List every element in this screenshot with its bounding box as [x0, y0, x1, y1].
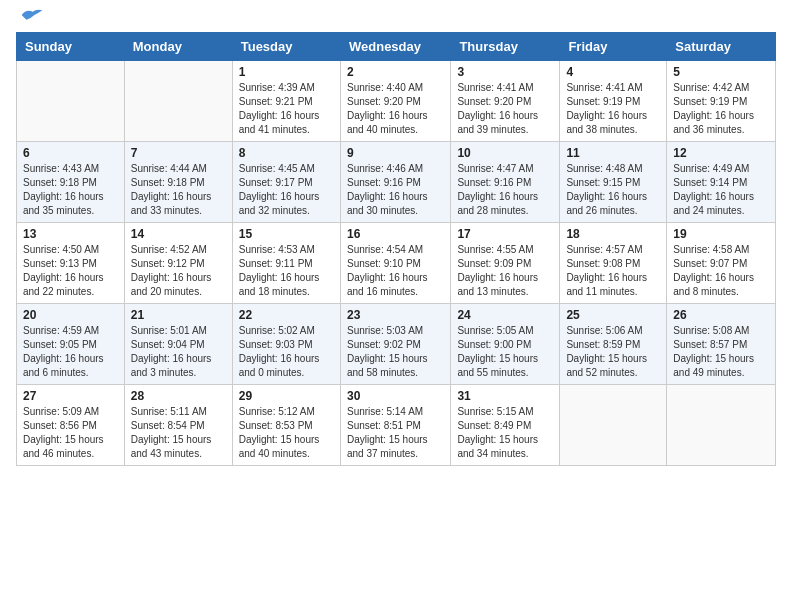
logo-bird-icon: [20, 6, 44, 24]
day-info: Sunrise: 5:01 AM Sunset: 9:04 PM Dayligh…: [131, 324, 226, 380]
day-number: 10: [457, 146, 553, 160]
calendar-cell: 1Sunrise: 4:39 AM Sunset: 9:21 PM Daylig…: [232, 61, 340, 142]
day-number: 27: [23, 389, 118, 403]
calendar-cell: [667, 385, 776, 466]
day-number: 8: [239, 146, 334, 160]
day-info: Sunrise: 4:53 AM Sunset: 9:11 PM Dayligh…: [239, 243, 334, 299]
column-header-friday: Friday: [560, 33, 667, 61]
day-number: 18: [566, 227, 660, 241]
day-info: Sunrise: 4:49 AM Sunset: 9:14 PM Dayligh…: [673, 162, 769, 218]
calendar-cell: 8Sunrise: 4:45 AM Sunset: 9:17 PM Daylig…: [232, 142, 340, 223]
calendar-cell: 4Sunrise: 4:41 AM Sunset: 9:19 PM Daylig…: [560, 61, 667, 142]
week-row-2: 6Sunrise: 4:43 AM Sunset: 9:18 PM Daylig…: [17, 142, 776, 223]
day-info: Sunrise: 4:52 AM Sunset: 9:12 PM Dayligh…: [131, 243, 226, 299]
calendar-cell: 22Sunrise: 5:02 AM Sunset: 9:03 PM Dayli…: [232, 304, 340, 385]
day-number: 1: [239, 65, 334, 79]
day-number: 28: [131, 389, 226, 403]
day-number: 23: [347, 308, 444, 322]
day-number: 7: [131, 146, 226, 160]
day-info: Sunrise: 4:46 AM Sunset: 9:16 PM Dayligh…: [347, 162, 444, 218]
day-info: Sunrise: 4:59 AM Sunset: 9:05 PM Dayligh…: [23, 324, 118, 380]
day-info: Sunrise: 4:41 AM Sunset: 9:19 PM Dayligh…: [566, 81, 660, 137]
calendar-cell: 29Sunrise: 5:12 AM Sunset: 8:53 PM Dayli…: [232, 385, 340, 466]
day-info: Sunrise: 4:43 AM Sunset: 9:18 PM Dayligh…: [23, 162, 118, 218]
day-number: 16: [347, 227, 444, 241]
calendar-cell: 7Sunrise: 4:44 AM Sunset: 9:18 PM Daylig…: [124, 142, 232, 223]
calendar-cell: 26Sunrise: 5:08 AM Sunset: 8:57 PM Dayli…: [667, 304, 776, 385]
week-row-3: 13Sunrise: 4:50 AM Sunset: 9:13 PM Dayli…: [17, 223, 776, 304]
calendar-cell: 13Sunrise: 4:50 AM Sunset: 9:13 PM Dayli…: [17, 223, 125, 304]
calendar-cell: [17, 61, 125, 142]
calendar-cell: 28Sunrise: 5:11 AM Sunset: 8:54 PM Dayli…: [124, 385, 232, 466]
week-row-5: 27Sunrise: 5:09 AM Sunset: 8:56 PM Dayli…: [17, 385, 776, 466]
day-number: 9: [347, 146, 444, 160]
day-info: Sunrise: 5:15 AM Sunset: 8:49 PM Dayligh…: [457, 405, 553, 461]
day-info: Sunrise: 5:08 AM Sunset: 8:57 PM Dayligh…: [673, 324, 769, 380]
column-header-sunday: Sunday: [17, 33, 125, 61]
day-info: Sunrise: 5:09 AM Sunset: 8:56 PM Dayligh…: [23, 405, 118, 461]
day-info: Sunrise: 5:02 AM Sunset: 9:03 PM Dayligh…: [239, 324, 334, 380]
day-number: 4: [566, 65, 660, 79]
day-info: Sunrise: 4:48 AM Sunset: 9:15 PM Dayligh…: [566, 162, 660, 218]
day-number: 31: [457, 389, 553, 403]
day-info: Sunrise: 4:55 AM Sunset: 9:09 PM Dayligh…: [457, 243, 553, 299]
calendar-cell: 16Sunrise: 4:54 AM Sunset: 9:10 PM Dayli…: [340, 223, 450, 304]
page-header: [16, 16, 776, 24]
calendar-cell: [560, 385, 667, 466]
calendar-cell: 10Sunrise: 4:47 AM Sunset: 9:16 PM Dayli…: [451, 142, 560, 223]
calendar-cell: 27Sunrise: 5:09 AM Sunset: 8:56 PM Dayli…: [17, 385, 125, 466]
day-info: Sunrise: 5:05 AM Sunset: 9:00 PM Dayligh…: [457, 324, 553, 380]
column-header-tuesday: Tuesday: [232, 33, 340, 61]
calendar-cell: 15Sunrise: 4:53 AM Sunset: 9:11 PM Dayli…: [232, 223, 340, 304]
day-number: 30: [347, 389, 444, 403]
day-info: Sunrise: 4:47 AM Sunset: 9:16 PM Dayligh…: [457, 162, 553, 218]
day-number: 12: [673, 146, 769, 160]
day-info: Sunrise: 4:57 AM Sunset: 9:08 PM Dayligh…: [566, 243, 660, 299]
day-number: 17: [457, 227, 553, 241]
day-number: 14: [131, 227, 226, 241]
week-row-4: 20Sunrise: 4:59 AM Sunset: 9:05 PM Dayli…: [17, 304, 776, 385]
calendar-cell: 18Sunrise: 4:57 AM Sunset: 9:08 PM Dayli…: [560, 223, 667, 304]
column-header-monday: Monday: [124, 33, 232, 61]
calendar-cell: 21Sunrise: 5:01 AM Sunset: 9:04 PM Dayli…: [124, 304, 232, 385]
day-number: 22: [239, 308, 334, 322]
day-info: Sunrise: 4:41 AM Sunset: 9:20 PM Dayligh…: [457, 81, 553, 137]
column-header-thursday: Thursday: [451, 33, 560, 61]
day-info: Sunrise: 5:03 AM Sunset: 9:02 PM Dayligh…: [347, 324, 444, 380]
day-info: Sunrise: 4:45 AM Sunset: 9:17 PM Dayligh…: [239, 162, 334, 218]
week-row-1: 1Sunrise: 4:39 AM Sunset: 9:21 PM Daylig…: [17, 61, 776, 142]
calendar-table: SundayMondayTuesdayWednesdayThursdayFrid…: [16, 32, 776, 466]
day-info: Sunrise: 4:39 AM Sunset: 9:21 PM Dayligh…: [239, 81, 334, 137]
calendar-cell: 12Sunrise: 4:49 AM Sunset: 9:14 PM Dayli…: [667, 142, 776, 223]
day-number: 5: [673, 65, 769, 79]
day-number: 25: [566, 308, 660, 322]
day-number: 29: [239, 389, 334, 403]
column-header-saturday: Saturday: [667, 33, 776, 61]
calendar-cell: 23Sunrise: 5:03 AM Sunset: 9:02 PM Dayli…: [340, 304, 450, 385]
day-number: 21: [131, 308, 226, 322]
day-info: Sunrise: 4:54 AM Sunset: 9:10 PM Dayligh…: [347, 243, 444, 299]
calendar-cell: 6Sunrise: 4:43 AM Sunset: 9:18 PM Daylig…: [17, 142, 125, 223]
calendar-cell: 30Sunrise: 5:14 AM Sunset: 8:51 PM Dayli…: [340, 385, 450, 466]
calendar-cell: 17Sunrise: 4:55 AM Sunset: 9:09 PM Dayli…: [451, 223, 560, 304]
column-header-wednesday: Wednesday: [340, 33, 450, 61]
day-info: Sunrise: 5:11 AM Sunset: 8:54 PM Dayligh…: [131, 405, 226, 461]
day-info: Sunrise: 5:12 AM Sunset: 8:53 PM Dayligh…: [239, 405, 334, 461]
day-info: Sunrise: 4:58 AM Sunset: 9:07 PM Dayligh…: [673, 243, 769, 299]
day-number: 20: [23, 308, 118, 322]
calendar-cell: 11Sunrise: 4:48 AM Sunset: 9:15 PM Dayli…: [560, 142, 667, 223]
day-info: Sunrise: 4:42 AM Sunset: 9:19 PM Dayligh…: [673, 81, 769, 137]
day-number: 11: [566, 146, 660, 160]
day-number: 6: [23, 146, 118, 160]
calendar-cell: [124, 61, 232, 142]
calendar-cell: 24Sunrise: 5:05 AM Sunset: 9:00 PM Dayli…: [451, 304, 560, 385]
day-info: Sunrise: 4:50 AM Sunset: 9:13 PM Dayligh…: [23, 243, 118, 299]
calendar-cell: 20Sunrise: 4:59 AM Sunset: 9:05 PM Dayli…: [17, 304, 125, 385]
calendar-cell: 25Sunrise: 5:06 AM Sunset: 8:59 PM Dayli…: [560, 304, 667, 385]
calendar-cell: 9Sunrise: 4:46 AM Sunset: 9:16 PM Daylig…: [340, 142, 450, 223]
day-number: 24: [457, 308, 553, 322]
calendar-cell: 19Sunrise: 4:58 AM Sunset: 9:07 PM Dayli…: [667, 223, 776, 304]
calendar-cell: 5Sunrise: 4:42 AM Sunset: 9:19 PM Daylig…: [667, 61, 776, 142]
calendar-cell: 2Sunrise: 4:40 AM Sunset: 9:20 PM Daylig…: [340, 61, 450, 142]
day-number: 3: [457, 65, 553, 79]
